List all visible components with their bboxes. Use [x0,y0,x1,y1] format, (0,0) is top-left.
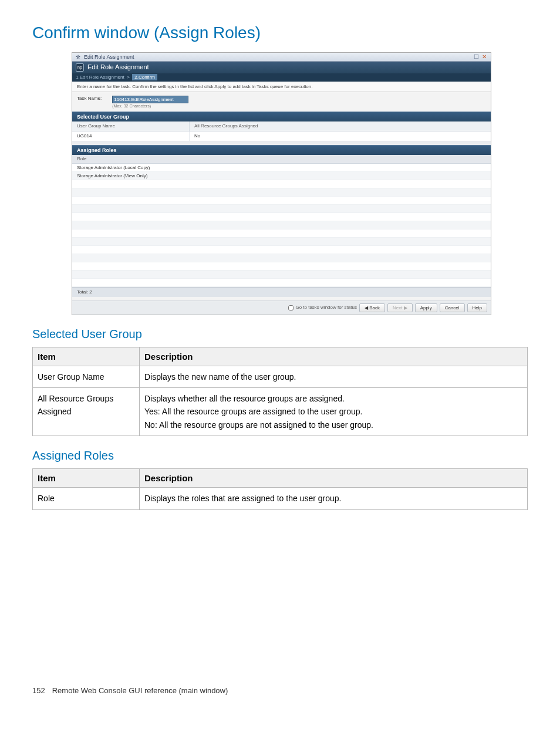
list-item [72,279,491,287]
cell-desc: Displays the roles that are assigned to … [140,488,528,509]
window-titlebar-outer: ☆ Edit Role Assignment ☐ ✕ [72,53,491,62]
sug-header-name: User Group Name [72,121,190,131]
cell-item: Role [33,488,140,509]
page-title: Confirm window (Assign Roles) [32,23,528,42]
sug-row-name: UG014 [72,131,190,141]
task-name-label: Task Name: [77,96,102,102]
apply-button[interactable]: Apply [415,303,437,312]
list-item [72,221,491,229]
breadcrumb: 1.Edit Role Assignment > 2.Confirm [72,73,491,82]
breadcrumb-step-2: 2.Confirm [132,74,157,80]
breadcrumb-step-1[interactable]: 1.Edit Role Assignment [76,75,124,80]
sug-data-row: UG014 No [72,131,491,141]
list-item [72,188,491,197]
sug-header-argassigned: All Resource Groups Assigned [190,121,491,131]
th-item: Item [33,469,140,488]
section-title-selected-user-group: Selected User Group [32,328,528,341]
list-item [72,205,491,213]
selected-user-group-band: Selected User Group [72,112,491,122]
page-footer: 152 Remote Web Console GUI reference (ma… [32,686,528,695]
section-title-assigned-roles: Assigned Roles [32,449,528,463]
list-item [72,229,491,238]
cell-desc: Displays whether all the resource groups… [140,387,528,436]
task-name-hint: (Max. 32 Characters) [112,104,188,109]
list-item: Storage Administrator (View Only) [72,172,491,180]
selected-user-group-table: Item Description User Group Name Display… [32,347,528,437]
assigned-roles-band: Assigned Roles [72,145,491,156]
table-row: Role Displays the roles that are assigne… [33,488,528,509]
footer-section-title: Remote Web Console GUI reference (main w… [52,686,228,695]
assigned-roles-table: Item Description Role Displays the roles… [32,468,528,509]
th-desc: Description [140,469,528,488]
sug-header-row: User Group Name All Resource Groups Assi… [72,121,491,131]
screenshot-mockup: ☆ Edit Role Assignment ☐ ✕ hp Edit Role … [72,53,491,315]
window-titlebar-inner: hp Edit Role Assignment [72,62,491,73]
next-button: Next ▶ [387,303,413,312]
th-item: Item [33,347,140,366]
hp-logo-icon: hp [76,63,84,72]
cancel-button[interactable]: Cancel [440,303,465,312]
help-button[interactable]: Help [467,303,487,312]
list-item [72,262,491,271]
roles-list: Storage Administrator (Local Copy) Stora… [72,164,491,287]
collapse-icon[interactable]: ☆ [76,54,80,60]
list-item: Storage Administrator (Local Copy) [72,164,491,172]
instruction-text: Enter a name for the task. Confirm the s… [72,82,491,93]
task-name-input[interactable] [112,96,188,103]
total-label: Total: 2 [72,287,491,297]
cell-item: User Group Name [33,366,140,387]
list-item [72,213,491,221]
go-to-tasks-checkbox[interactable]: Go to tasks window for status [288,305,357,310]
sug-row-arg: No [190,131,491,141]
list-item [72,238,491,246]
th-desc: Description [140,347,528,366]
back-button[interactable]: ◀ Back [359,303,385,312]
roles-header: Role [72,155,491,164]
list-item [72,254,491,262]
cell-item: All Resource Groups Assigned [33,387,140,436]
table-row: All Resource Groups Assigned Displays wh… [33,387,528,436]
page-number: 152 [32,686,45,695]
cell-desc: Displays the new name of the user group. [140,366,528,387]
list-item [72,246,491,254]
close-icon[interactable]: ✕ [480,53,488,60]
list-item [72,271,491,279]
table-row: User Group Name Displays the new name of… [33,366,528,387]
list-item [72,180,491,188]
inner-window-title: Edit Role Assignment [87,63,149,71]
list-item [72,197,491,205]
maximize-icon[interactable]: ☐ [472,53,480,60]
outer-window-title: Edit Role Assignment [84,54,134,60]
dialog-footer: Go to tasks window for status ◀ Back Nex… [72,301,491,315]
